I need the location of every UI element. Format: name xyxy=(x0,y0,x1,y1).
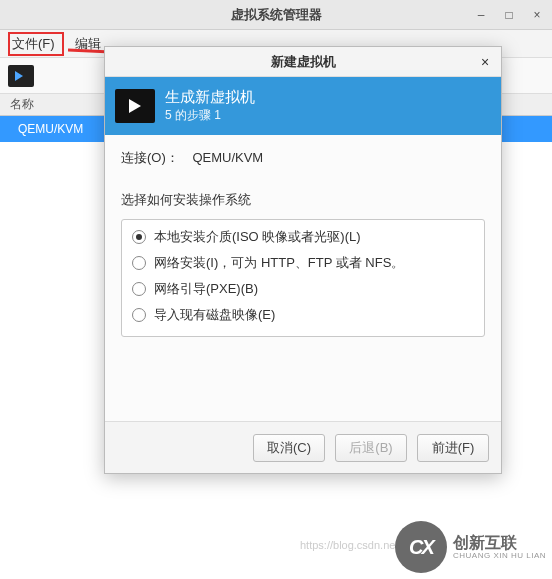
dialog-banner: 生成新虚拟机 5 的步骤 1 xyxy=(105,77,501,135)
radio-option-network[interactable]: 网络安装(I)，可为 HTTP、FTP 或者 NFS。 xyxy=(132,254,474,272)
menu-file[interactable]: 文件(F) xyxy=(2,31,65,57)
radio-label: 网络安装(I)，可为 HTTP、FTP 或者 NFS。 xyxy=(154,254,404,272)
vm-play-icon xyxy=(115,89,155,123)
list-item-label: QEMU/KVM xyxy=(18,122,83,136)
maximize-button[interactable]: □ xyxy=(498,6,520,24)
radio-option-pxe[interactable]: 网络引导(PXE)(B) xyxy=(132,280,474,298)
window-controls: – □ × xyxy=(470,6,548,24)
install-method-group: 本地安装介质(ISO 映像或者光驱)(L) 网络安装(I)，可为 HTTP、FT… xyxy=(121,219,485,337)
radio-icon xyxy=(132,256,146,270)
banner-step: 5 的步骤 1 xyxy=(165,107,255,124)
watermark-brand-en: CHUANG XIN HU LIAN xyxy=(453,551,546,560)
dialog-titlebar: 新建虚拟机 × xyxy=(105,47,501,77)
dialog-body: 连接(O)： QEMU/KVM 选择如何安装操作系统 本地安装介质(ISO 映像… xyxy=(105,135,501,345)
radio-option-import[interactable]: 导入现有磁盘映像(E) xyxy=(132,306,474,324)
watermark-brand-cn: 创新互联 xyxy=(453,535,546,551)
watermark-logo-icon: CX xyxy=(395,521,447,573)
radio-icon xyxy=(132,282,146,296)
new-vm-icon[interactable] xyxy=(8,65,34,87)
forward-button[interactable]: 前进(F) xyxy=(417,434,489,462)
minimize-button[interactable]: – xyxy=(470,6,492,24)
radio-icon xyxy=(132,308,146,322)
watermark-url: https://blog.csdn.ne xyxy=(300,539,395,551)
main-titlebar: 虚拟系统管理器 – □ × xyxy=(0,0,552,30)
radio-icon xyxy=(132,230,146,244)
radio-label: 网络引导(PXE)(B) xyxy=(154,280,258,298)
close-button[interactable]: × xyxy=(526,6,548,24)
radio-label: 导入现有磁盘映像(E) xyxy=(154,306,275,324)
new-vm-dialog: 新建虚拟机 × 生成新虚拟机 5 的步骤 1 连接(O)： QEMU/KVM 选… xyxy=(104,46,502,474)
dialog-title: 新建虚拟机 xyxy=(271,53,336,71)
connection-row: 连接(O)： QEMU/KVM xyxy=(121,149,485,167)
connection-label: 连接(O)： xyxy=(121,149,179,167)
radio-label: 本地安装介质(ISO 映像或者光驱)(L) xyxy=(154,228,361,246)
list-header-name: 名称 xyxy=(10,96,34,113)
connection-value: QEMU/KVM xyxy=(192,150,263,165)
banner-heading: 生成新虚拟机 xyxy=(165,88,255,107)
back-button[interactable]: 后退(B) xyxy=(335,434,407,462)
radio-option-local[interactable]: 本地安装介质(ISO 映像或者光驱)(L) xyxy=(132,228,474,246)
main-title: 虚拟系统管理器 xyxy=(231,6,322,24)
install-method-label: 选择如何安装操作系统 xyxy=(121,191,485,209)
cancel-button[interactable]: 取消(C) xyxy=(253,434,325,462)
watermark-logo: CX 创新互联 CHUANG XIN HU LIAN xyxy=(395,521,546,573)
dialog-footer: 取消(C) 后退(B) 前进(F) xyxy=(105,421,501,473)
close-icon[interactable]: × xyxy=(475,52,495,72)
